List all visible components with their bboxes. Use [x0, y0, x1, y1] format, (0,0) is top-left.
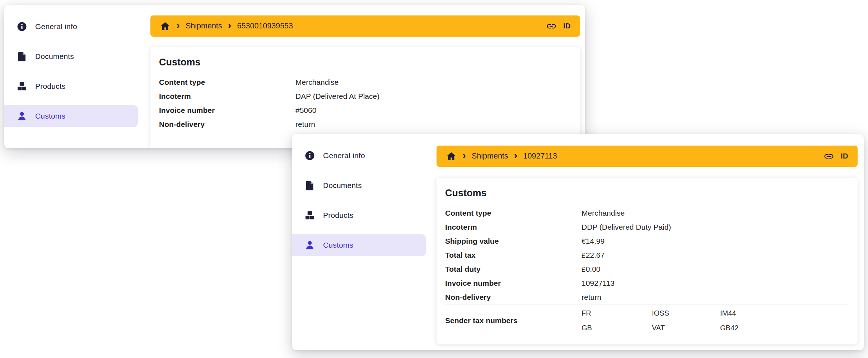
sender-tax-grid: FR IOSS IM44 GB VAT GB42 [582, 307, 738, 334]
field-row: Content type Merchandise [445, 206, 849, 220]
home-icon[interactable] [160, 21, 171, 32]
breadcrumb-bar: › Shipments › 6530010939553 ID [150, 15, 580, 37]
sidebar-item-label: Customs [323, 241, 353, 249]
copy-id-icon[interactable]: ID [841, 152, 848, 160]
copy-link-icon[interactable] [823, 151, 834, 162]
document-icon [17, 51, 27, 62]
shipment-window-2: General info Documents Products Customs [292, 134, 864, 350]
field-row: Total tax £22.67 [445, 248, 849, 262]
field-value: €14.99 [582, 237, 605, 245]
tax-number-cell: VAT [652, 322, 720, 334]
sidebar-item-documents[interactable]: Documents [4, 46, 138, 67]
field-label: Non-delivery [159, 120, 295, 129]
document-icon [304, 180, 315, 191]
customs-panel: Customs Content type Merchandise Incoter… [150, 47, 580, 148]
tax-number-cell: GB42 [720, 322, 738, 334]
breadcrumb-bar: › Shipments › 10927113 ID [437, 146, 858, 167]
tax-number-cell: FR [582, 307, 652, 319]
field-row: Incoterm DDP (Delivered Duty Paid) [445, 220, 849, 234]
chevron-right-icon: › [462, 150, 466, 161]
sidebar-item-label: Documents [323, 181, 362, 190]
sidebar-item-documents[interactable]: Documents [292, 175, 426, 196]
sidebar-item-label: Customs [35, 112, 65, 120]
section-title: Customs [445, 186, 849, 200]
sidebar-item-products[interactable]: Products [292, 205, 426, 226]
copy-link-icon[interactable] [546, 21, 557, 32]
breadcrumb-shipments[interactable]: Shipments [186, 22, 222, 31]
field-row: Invoice number 10927113 [445, 276, 849, 290]
field-label: Content type [445, 209, 582, 217]
field-row: Non-delivery return [445, 290, 849, 304]
sidebar-item-label: Products [323, 211, 353, 220]
chevron-right-icon: › [228, 20, 232, 31]
customs-person-icon [304, 240, 315, 251]
info-icon [17, 21, 27, 32]
breadcrumb-actions: ID [823, 151, 848, 162]
customs-person-icon [17, 111, 27, 121]
field-label: Incoterm [159, 92, 295, 101]
field-row: Total duty £0.00 [445, 262, 849, 276]
sidebar-item-products[interactable]: Products [4, 75, 138, 97]
field-value: Merchandise [582, 209, 625, 217]
field-row: Incoterm DAP (Delivered At Place) [159, 89, 571, 103]
sidebar: General info Documents Products Customs [4, 5, 145, 148]
customs-panel: Customs Content type Merchandise Incoter… [437, 178, 858, 344]
tax-number-cell: IOSS [652, 307, 720, 319]
page-background: General info Documents Products Customs [0, 0, 868, 358]
field-label: Content type [159, 78, 295, 87]
sidebar-item-general-info[interactable]: General info [292, 145, 426, 166]
shipment-window-1: General info Documents Products Customs [4, 5, 585, 148]
sidebar-item-customs[interactable]: Customs [4, 105, 138, 127]
field-value: £22.67 [582, 251, 605, 260]
field-value: Merchandise [295, 78, 339, 87]
section-title: Customs [159, 55, 571, 69]
field-row: Content type Merchandise [159, 75, 571, 89]
tax-number-cell: IM44 [720, 307, 738, 319]
sender-tax-section: Sender tax numbers FR IOSS IM44 GB VAT G… [445, 304, 849, 334]
field-value: return [295, 120, 315, 129]
sidebar: General info Documents Products Customs [292, 134, 433, 350]
breadcrumb-shipments[interactable]: Shipments [472, 152, 508, 161]
tax-number-cell: GB [582, 322, 652, 334]
field-label: Invoice number [445, 279, 582, 288]
sidebar-item-customs[interactable]: Customs [292, 234, 426, 256]
field-value: return [582, 293, 601, 302]
field-label: Invoice number [159, 106, 295, 115]
field-row: Invoice number #5060 [159, 103, 571, 117]
field-label: Total tax [445, 251, 582, 260]
field-label: Total duty [445, 265, 582, 274]
breadcrumb-shipment-id: 10927113 [523, 152, 557, 161]
field-row: Shipping value €14.99 [445, 234, 849, 248]
sidebar-item-general-info[interactable]: General info [4, 16, 138, 37]
breadcrumb-actions: ID [546, 21, 571, 32]
chevron-right-icon: › [176, 20, 180, 31]
field-value: DAP (Delivered At Place) [295, 92, 379, 101]
breadcrumb-shipment-id: 6530010939553 [237, 22, 293, 31]
products-icon [304, 210, 315, 221]
field-row: Non-delivery return [159, 117, 571, 131]
home-icon[interactable] [446, 151, 457, 162]
field-value: #5060 [295, 106, 316, 115]
products-icon [17, 81, 27, 92]
field-value: DDP (Delivered Duty Paid) [582, 223, 671, 231]
sidebar-item-label: Products [35, 82, 65, 91]
sidebar-item-label: Documents [35, 52, 74, 61]
field-label: Shipping value [445, 237, 582, 245]
chevron-right-icon: › [514, 150, 518, 161]
copy-id-icon[interactable]: ID [563, 22, 571, 30]
field-value: 10927113 [582, 279, 615, 288]
field-label: Sender tax numbers [445, 316, 582, 325]
field-value: £0.00 [582, 265, 601, 274]
sidebar-item-label: General info [35, 22, 77, 31]
info-icon [304, 150, 315, 161]
field-label: Incoterm [445, 223, 582, 231]
field-label: Non-delivery [445, 293, 582, 302]
sidebar-item-label: General info [323, 151, 365, 160]
